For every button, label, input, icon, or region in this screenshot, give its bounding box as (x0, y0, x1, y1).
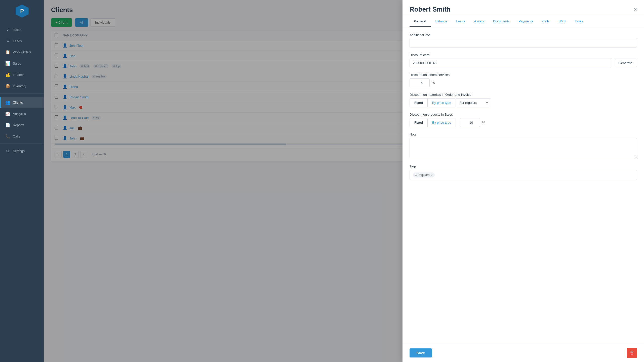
tasks-icon: ✓ (5, 27, 10, 32)
discount-products-fixed-btn[interactable]: Fixed (410, 118, 428, 127)
tab-calls[interactable]: Calls (538, 16, 554, 27)
sidebar-item-label-analytics: Analytics (13, 112, 26, 116)
sidebar-item-label-clients: Clients (13, 101, 23, 104)
modal-overlay: Robert Smith × GeneralBalanceLeadsAssets… (44, 0, 644, 362)
tab-sms[interactable]: SMS (554, 16, 570, 27)
client-modal: Robert Smith × GeneralBalanceLeadsAssets… (403, 0, 644, 362)
finance-icon: 💰 (5, 72, 10, 77)
discount-card-section: Discount card Generate (410, 53, 637, 67)
modal-body: Additional info Discount card Generate D… (403, 27, 644, 344)
sidebar-item-sales[interactable]: 📊 Sales (0, 58, 44, 69)
discount-products-section: Discount on products in Sales Fixed By p… (410, 113, 637, 127)
additional-info-input[interactable] (410, 39, 637, 48)
tab-payments[interactable]: Payments (514, 16, 538, 27)
sidebar-nav: ✓ Tasks ≡ Leads 📋 Work Orders 📊 Sales 💰 … (0, 22, 44, 362)
sidebar-item-label-sales: Sales (13, 62, 21, 65)
save-button[interactable]: Save (410, 348, 432, 357)
inventory-icon: 📦 (5, 84, 10, 88)
tab-general[interactable]: General (410, 16, 431, 27)
work-orders-icon: 📋 (5, 50, 10, 55)
sidebar-logo: P (0, 0, 44, 22)
discount-products-price-type-btn[interactable]: By price type (428, 118, 456, 127)
discount-labors-pct: % (432, 81, 435, 85)
modal-footer: Save 🗑 (403, 344, 644, 362)
generate-button[interactable]: Generate (614, 59, 637, 67)
tab-assets[interactable]: Assets (470, 16, 489, 27)
tag-label: regulars (419, 173, 429, 177)
reports-icon: 📄 (5, 123, 10, 127)
discount-card-label: Discount card (410, 53, 637, 57)
discount-materials-row: Fixed By price type For regulars For vip… (410, 98, 637, 107)
discount-labors-input[interactable] (410, 78, 430, 87)
logo-icon: P (16, 5, 29, 18)
tab-leads[interactable]: Leads (452, 16, 469, 27)
tab-balance[interactable]: Balance (431, 16, 452, 27)
discount-products-input[interactable] (460, 118, 480, 127)
tag-item-regulars: 🏷 regulars × (413, 172, 435, 177)
discount-card-row: Generate (410, 59, 637, 67)
discount-materials-price-type-btn[interactable]: By price type (428, 99, 456, 107)
discount-materials-section: Discount on materials in Order and Invoi… (410, 93, 637, 107)
sidebar-item-finance[interactable]: 💰 Finance (0, 69, 44, 80)
note-section: Note (410, 132, 637, 159)
tags-section: Tags 🏷 regulars × (410, 164, 637, 180)
sidebar-item-label-settings: Settings (13, 149, 25, 153)
discount-card-input[interactable] (410, 59, 611, 67)
calls-icon: 📞 (5, 134, 10, 139)
leads-icon: ≡ (5, 39, 10, 43)
sidebar-item-reports[interactable]: 📄 Reports (0, 119, 44, 131)
modal-tabs: GeneralBalanceLeadsAssetsDocumentsPaymen… (403, 16, 644, 27)
sidebar-item-label-leads: Leads (13, 39, 22, 43)
tab-documents[interactable]: Documents (489, 16, 514, 27)
discount-materials-fixed-btn[interactable]: Fixed (410, 99, 428, 107)
tag-remove-button[interactable]: × (431, 173, 433, 177)
additional-info-label: Additional info (410, 33, 637, 37)
modal-header: Robert Smith × (403, 0, 644, 16)
sidebar-item-leads[interactable]: ≡ Leads (0, 35, 44, 47)
discount-materials-dropdown[interactable]: For regulars For vip Standard (456, 98, 491, 107)
sidebar: P ✓ Tasks ≡ Leads 📋 Work Orders 📊 Sales … (0, 0, 44, 362)
discount-materials-toggle: Fixed By price type (410, 98, 456, 107)
sidebar-item-settings[interactable]: ⚙ Settings (0, 145, 44, 157)
sidebar-item-label-inventory: Inventory (13, 84, 26, 88)
sidebar-item-work-orders[interactable]: 📋 Work Orders (0, 47, 44, 58)
discount-labors-section: Discount on labors/services % (410, 73, 637, 87)
sidebar-item-inventory[interactable]: 📦 Inventory (0, 80, 44, 92)
tags-label: Tags (410, 164, 637, 168)
clients-icon: 👥 (5, 100, 10, 105)
discount-products-label: Discount on products in Sales (410, 113, 637, 116)
sidebar-item-clients[interactable]: 👥 Clients (0, 97, 44, 108)
discount-materials-label: Discount on materials in Order and Invoi… (410, 93, 637, 97)
tag-icon: 🏷 (414, 173, 417, 177)
tags-container[interactable]: 🏷 regulars × (410, 170, 637, 180)
modal-close-button[interactable]: × (634, 6, 637, 13)
sales-icon: 📊 (5, 61, 10, 66)
settings-icon: ⚙ (5, 149, 10, 153)
modal-title: Robert Smith (410, 6, 451, 13)
sidebar-item-label-work-orders: Work Orders (13, 50, 31, 54)
tab-tasks[interactable]: Tasks (570, 16, 587, 27)
additional-info-section: Additional info (410, 33, 637, 48)
sidebar-item-label-tasks: Tasks (13, 28, 21, 32)
analytics-icon: 📈 (5, 111, 10, 116)
note-textarea[interactable] (410, 138, 637, 158)
sidebar-item-label-calls: Calls (13, 134, 20, 138)
note-label: Note (410, 132, 637, 136)
sidebar-item-label-reports: Reports (13, 123, 24, 127)
sidebar-item-tasks[interactable]: ✓ Tasks (0, 24, 44, 35)
discount-products-pct: % (482, 121, 485, 125)
main-content: Clients + Client AllIndividuals Name/com… (44, 0, 644, 362)
sidebar-item-analytics[interactable]: 📈 Analytics (0, 108, 44, 119)
delete-button[interactable]: 🗑 (627, 348, 637, 358)
discount-labors-row: % (410, 78, 637, 87)
discount-products-toggle: Fixed By price type (410, 118, 456, 127)
discount-products-row: Fixed By price type % (410, 118, 637, 127)
sidebar-item-label-finance: Finance (13, 73, 24, 77)
discount-labors-label: Discount on labors/services (410, 73, 637, 77)
sidebar-item-calls[interactable]: 📞 Calls (0, 131, 44, 142)
